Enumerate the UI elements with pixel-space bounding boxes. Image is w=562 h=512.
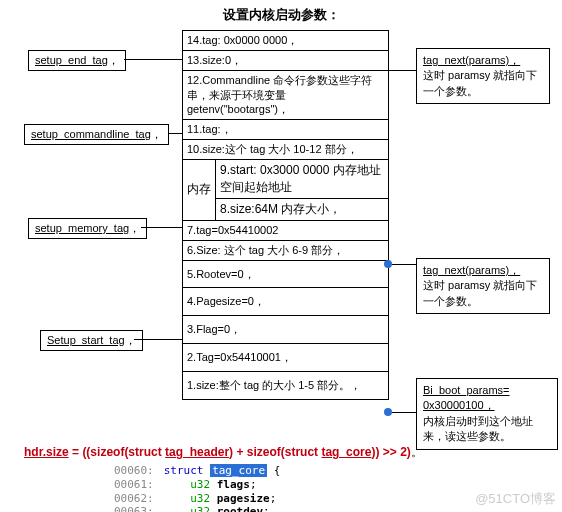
dot-icon <box>384 408 392 416</box>
row-6: 6.Size: 这个 tag 大小 6-9 部分， <box>183 240 388 260</box>
code-line: 00060:struct tag_core { <box>114 464 280 478</box>
row-7: 7.tag=0x54410002 <box>183 220 388 240</box>
code-line: 00063: u32 rootdev; <box>114 505 280 512</box>
formula-hdr-size: hdr.size = ((sizeof(struct tag_header) +… <box>24 444 423 461</box>
diagram-title: 设置内核启动参数： <box>0 0 562 26</box>
row-13: 13.size:0， <box>183 50 388 70</box>
code-struct-tag-core: 00060:struct tag_core { 00061: u32 flags… <box>114 464 280 512</box>
note-body: 这时 paramsy 就指向下一个参数。 <box>423 68 543 99</box>
row-11: 11.tag:， <box>183 119 388 139</box>
label-setup-memory-tag: setup_memory_tag， <box>28 218 147 239</box>
code-line: 00062: u32 pagesize; <box>114 492 280 506</box>
connector <box>392 412 416 413</box>
row-14: 14.tag: 0x0000 0000， <box>183 31 388 50</box>
dot-icon <box>384 260 392 268</box>
memory-label: 内存 <box>183 160 216 220</box>
label-setup-start-tag: Setup_start_tag， <box>40 330 143 351</box>
connector <box>141 227 182 228</box>
row-10: 10.size:这个 tag 大小 10-12 部分， <box>183 139 388 159</box>
watermark: @51CTO博客 <box>475 490 556 508</box>
note-body: 内核启动时到这个地址来，读这些参数。 <box>423 414 551 445</box>
row-5: 5.Rootev=0， <box>183 260 388 288</box>
note-bi-boot-params: Bi_boot_params= 0x30000100， 内核启动时到这个地址来，… <box>416 378 558 450</box>
label-setup-commandline-tag: setup_commandline_tag， <box>24 124 169 145</box>
row-1: 1.size:整个 tag 的大小 1-5 部分。， <box>183 371 388 399</box>
note-tag-next-mid: tag_next(params)， 这时 paramsy 就指向下一个参数。 <box>416 258 550 314</box>
connector <box>168 133 182 134</box>
connector <box>388 70 416 71</box>
note-tag-next-top: tag_next(params)， 这时 paramsy 就指向下一个参数。 <box>416 48 550 104</box>
label-setup-end-tag: setup_end_tag， <box>28 50 126 71</box>
connector <box>124 59 182 60</box>
row-3: 3.Flag=0， <box>183 315 388 343</box>
connector <box>392 264 416 265</box>
row-12: 12.Commandline 命令行参数这些字符串，来源于环境变量 getenv… <box>183 70 388 120</box>
row-4: 4.Pagesize=0， <box>183 287 388 315</box>
connector <box>134 339 182 340</box>
note-body: 这时 paramsy 就指向下一个参数。 <box>423 278 543 309</box>
note-title: tag_next(params)， <box>423 53 543 68</box>
note-title: tag_next(params)， <box>423 263 543 278</box>
row-8: 8.size:64M 内存大小， <box>216 199 388 220</box>
parameter-stack: 14.tag: 0x0000 0000， 13.size:0， 12.Comma… <box>182 30 389 400</box>
row-9: 9.start: 0x3000 0000 内存地址空间起始地址 <box>216 160 388 199</box>
code-line: 00061: u32 flags; <box>114 478 280 492</box>
row-2: 2.Tag=0x54410001， <box>183 343 388 371</box>
note-title: Bi_boot_params= 0x30000100， <box>423 383 551 414</box>
row-memory: 内存 9.start: 0x3000 0000 内存地址空间起始地址 8.siz… <box>183 159 388 220</box>
